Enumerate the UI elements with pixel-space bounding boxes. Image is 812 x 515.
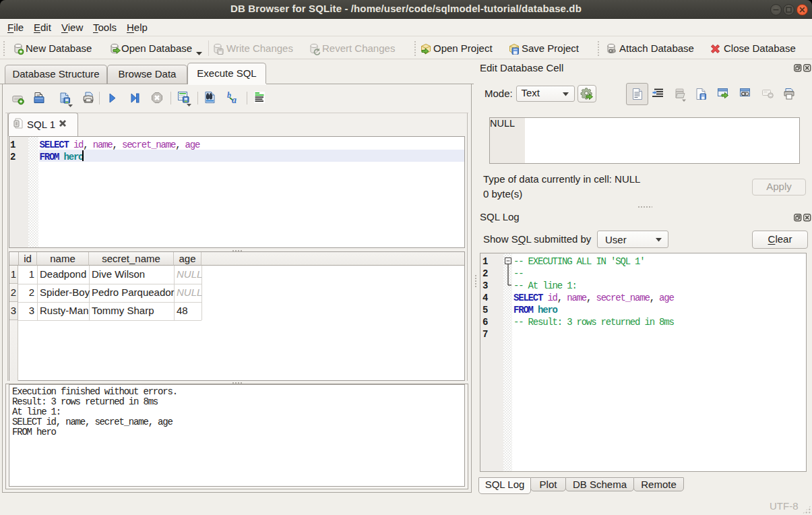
- svg-text:a: a: [232, 95, 237, 105]
